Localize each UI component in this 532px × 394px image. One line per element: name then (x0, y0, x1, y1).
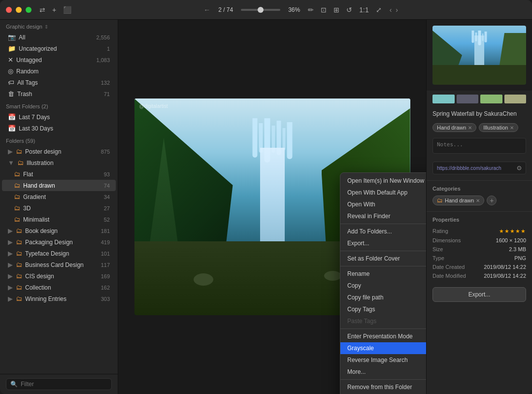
sidebar-label-poster: Poster design (25, 148, 98, 155)
sidebar-count-winning: 303 (101, 296, 110, 302)
notes-area (427, 136, 532, 160)
swatch-1[interactable] (432, 95, 455, 103)
date-modified-value: 2019/08/12 14:22 (484, 273, 526, 279)
sidebar-count-trash: 71 (104, 91, 110, 97)
date-created-value: 2019/08/12 14:22 (484, 264, 526, 270)
type-label: Type (432, 255, 444, 261)
menu-reveal-finder[interactable]: Reveal in Finder ⌘↩ (340, 210, 426, 222)
swatch-2[interactable] (457, 95, 479, 103)
sidebar-count-3d: 27 (104, 205, 110, 211)
packaging-folder-icon: 🗂 (16, 238, 22, 246)
filter-input[interactable] (21, 381, 107, 388)
sidebar-label-all: All (19, 34, 93, 41)
sidebar-item-typeface[interactable]: ▶ 🗂 Typeface Design 101 (2, 248, 116, 259)
sidebar-label-flat: Flat (23, 171, 101, 178)
sidebar-count-cis: 169 (101, 273, 110, 279)
tag-hand-drawn[interactable]: Hand drawn ✕ (432, 123, 476, 132)
swatch-4[interactable] (504, 95, 527, 103)
sidebar-item-business-card[interactable]: ▶ 🗂 Business Card Design 117 (2, 259, 116, 270)
menu-reverse-image[interactable]: Reverse Image Search ▶ (340, 354, 426, 366)
menu-copy-file-path[interactable]: Copy file path ⌥⌘C (340, 292, 426, 303)
sidebar-item-poster-design[interactable]: ▶ 🗂 Poster design 875 (2, 146, 116, 157)
close-button[interactable] (6, 7, 12, 13)
sidebar-count-book: 181 (101, 228, 110, 234)
sidebar-item-untagged[interactable]: ✕ Untagged 1,083 (2, 54, 116, 66)
panel-icon[interactable]: ⬛ (63, 6, 71, 14)
add-category-button[interactable]: + (487, 196, 497, 205)
menu-open-default[interactable]: Open With Default App ⇧↩ (340, 187, 426, 198)
sidebar-item-3d[interactable]: 🗂 3D 27 (2, 202, 116, 214)
sidebar-item-illustration[interactable]: ▼ 🗂 Illustration (2, 157, 116, 168)
sidebar-item-packaging[interactable]: ▶ 🗂 Packaging Design 419 (2, 236, 116, 248)
url-open-icon[interactable]: ⊙ (517, 164, 522, 171)
tag-remove-hand-drawn[interactable]: ✕ (468, 125, 472, 131)
sidebar-item-book-design[interactable]: ▶ 🗂 Book design 181 (2, 225, 116, 236)
crop-icon[interactable]: ⊡ (321, 6, 327, 14)
uncategorized-icon: 📁 (8, 45, 16, 52)
rating-stars[interactable]: ★★★★★ (499, 228, 526, 234)
prop-dimensions: Dimensions 1600 × 1200 (432, 236, 526, 245)
menu-set-folder-cover[interactable]: Set as Folder Cover (340, 253, 426, 264)
size-value: 2.3 MB (509, 246, 526, 252)
prop-type: Type PNG (432, 254, 526, 263)
rotate-icon[interactable]: ↺ (346, 6, 352, 14)
sidebar-item-all[interactable]: 📷 All 2,556 (2, 32, 116, 43)
menu-open-new-window[interactable]: Open Item(s) in New Window ⌘O (340, 175, 426, 187)
add-icon[interactable]: + (52, 6, 56, 14)
edit-icon[interactable]: ✏ (308, 6, 314, 14)
sidebar-item-winning[interactable]: ▶ 🗂 Winning Entries 303 (2, 293, 116, 304)
properties-section: Rating ★★★★★ Dimensions 1600 × 1200 Size… (427, 225, 532, 282)
arrows-icon[interactable]: ⤢ (376, 6, 382, 14)
onetoone-icon[interactable]: 1:1 (359, 6, 368, 14)
folders-header: Folders (59) (0, 134, 118, 146)
sidebar-item-uncategorized[interactable]: 📁 Uncategorized 1 (2, 43, 116, 54)
tag-remove-illustration[interactable]: ✕ (510, 125, 514, 131)
swatch-3[interactable] (480, 95, 502, 103)
filter-search[interactable]: 🔍 (6, 378, 112, 390)
sidebar-item-last7[interactable]: 📅 Last 7 Days (2, 111, 116, 123)
sidebar-count-flat: 93 (104, 171, 110, 177)
menu-copy[interactable]: Copy ⌘C (340, 280, 426, 292)
dimensions-value: 1600 × 1200 (496, 237, 526, 243)
back-arrow[interactable]: ← (203, 6, 210, 14)
sidebar-item-gradient[interactable]: 🗂 Gradient 34 (2, 191, 116, 202)
watermark: @digitalartist (139, 103, 168, 109)
menu-export[interactable]: Export... ▶ (340, 237, 426, 249)
sidebar-item-random[interactable]: ◎ Random (2, 66, 116, 77)
context-menu: Open Item(s) in New Window ⌘O Open With … (340, 172, 426, 394)
sidebar-item-cis[interactable]: ▶ 🗂 CIS design 169 (2, 270, 116, 282)
menu-more[interactable]: More... ▶ (340, 366, 426, 378)
notes-input[interactable] (432, 138, 526, 154)
menu-add-folders[interactable]: Add To Folders... ▶ (340, 226, 426, 237)
sidebar-item-flat[interactable]: 🗂 Flat 93 (2, 168, 116, 180)
sidebar-label-collection: Collection (25, 284, 98, 291)
menu-remove-folder[interactable]: Remove from this Folder ⇧⌘⌫ (340, 381, 426, 393)
url-display: https://dribbble.com/sakurach ⊙ (432, 162, 526, 174)
menu-rename[interactable]: Rename ⌘R (340, 268, 426, 280)
category-hand-drawn[interactable]: 🗂 Hand drawn ✕ (432, 196, 484, 205)
minimize-button[interactable] (16, 7, 22, 13)
sidebar-label-untagged: Untagged (16, 57, 93, 64)
cycle-icon[interactable]: ⇄ (39, 6, 45, 14)
sidebar-item-minimalist[interactable]: 🗂 Minimalist 52 (2, 214, 116, 225)
menu-grayscale[interactable]: Grayscale ⌥⌘G (340, 342, 426, 354)
sidebar-item-collection[interactable]: ▶ 🗂 Collection 162 (2, 282, 116, 293)
sidebar-item-hand-drawn[interactable]: 🗂 Hand drawn 74 (2, 180, 116, 191)
zoom-slider[interactable] (241, 9, 280, 11)
menu-paste-tags: Paste Tags ⇧⌘V (340, 315, 426, 327)
adjust-icon[interactable]: ⊞ (333, 6, 339, 14)
sidebar-item-alltags[interactable]: 🏷 All Tags 132 (2, 77, 116, 88)
maximize-button[interactable] (26, 7, 32, 13)
menu-copy-tags[interactable]: Copy Tags ⇧⌘C (340, 303, 426, 315)
menu-presentation[interactable]: Enter Presentation Mode F5 (340, 330, 426, 342)
sidebar-item-trash[interactable]: 🗑 Trash 71 (2, 88, 116, 99)
sidebar-item-last30[interactable]: 📅 Last 30 Days (2, 123, 116, 134)
export-button[interactable]: Export... (432, 287, 526, 302)
winning-toggle-icon: ▶ (8, 295, 13, 302)
menu-open-with[interactable]: Open With ▶ (340, 198, 426, 210)
sidebar-label-typeface: Typeface Design (25, 250, 98, 257)
tag-illustration[interactable]: Illustration ✕ (479, 123, 518, 132)
next-image[interactable]: › (396, 6, 398, 14)
category-remove[interactable]: ✕ (476, 198, 480, 203)
prev-image[interactable]: ‹ (390, 6, 392, 14)
